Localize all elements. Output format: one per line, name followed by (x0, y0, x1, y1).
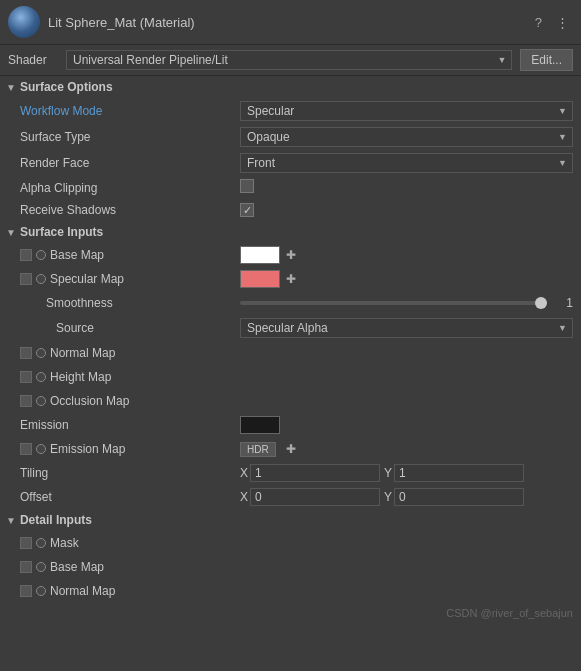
smoothness-row: Smoothness 1 (0, 291, 581, 315)
occlusion-map-checkbox[interactable] (20, 395, 32, 407)
hdr-button[interactable]: HDR (240, 442, 276, 457)
base-map-checkbox[interactable] (20, 249, 32, 261)
shader-select[interactable]: Universal Render Pipeline/Lit (66, 50, 512, 70)
shader-dropdown-wrapper: Universal Render Pipeline/Lit (66, 50, 512, 70)
emission-map-checkbox[interactable] (20, 443, 32, 455)
detail-mask-row: Mask (0, 531, 581, 555)
tiling-x-field: X (240, 464, 380, 482)
render-face-label: Render Face (20, 156, 240, 170)
render-face-select[interactable]: Front Back Both (240, 153, 573, 173)
surface-type-select-wrapper: Opaque Transparent (240, 127, 573, 147)
occlusion-map-circle-icon (36, 396, 46, 406)
specular-map-checkbox[interactable] (20, 273, 32, 285)
smoothness-label: Smoothness (20, 296, 113, 310)
workflow-mode-label: Workflow Mode (20, 104, 240, 118)
specular-map-swatch: ✚ (240, 270, 298, 288)
offset-x-axis: X (240, 490, 248, 504)
base-map-color[interactable] (240, 246, 280, 264)
surface-type-select[interactable]: Opaque Transparent (240, 127, 573, 147)
smoothness-slider[interactable] (240, 301, 547, 305)
specular-map-eyedropper[interactable]: ✚ (284, 272, 298, 286)
height-map-checkbox[interactable] (20, 371, 32, 383)
tiling-y-input[interactable] (394, 464, 524, 482)
detail-base-map-checkbox[interactable] (20, 561, 32, 573)
detail-inputs-header[interactable]: ▼ Detail Inputs (0, 509, 581, 531)
offset-y-axis: Y (384, 490, 392, 504)
detail-base-map-circle-icon (36, 562, 46, 572)
surface-type-label: Surface Type (20, 130, 240, 144)
emission-swatch (240, 416, 280, 434)
render-face-select-wrapper: Front Back Both (240, 153, 573, 173)
alpha-clipping-value (240, 179, 573, 196)
detail-normal-map-label-group: Normal Map (20, 584, 115, 598)
tiling-x-input[interactable] (250, 464, 380, 482)
detail-mask-label-group: Mask (20, 536, 79, 550)
base-map-eyedropper[interactable]: ✚ (284, 248, 298, 262)
specular-map-row: Specular Map ✚ (0, 267, 581, 291)
shader-row: Shader Universal Render Pipeline/Lit Edi… (0, 45, 581, 76)
emission-map-label-group: Emission Map (20, 442, 240, 456)
render-face-value: Front Back Both (240, 153, 573, 173)
normal-map-checkbox[interactable] (20, 347, 32, 359)
tiling-row: Tiling X Y (0, 461, 581, 485)
shader-label: Shader (8, 53, 58, 67)
base-map-row: Base Map ✚ (0, 243, 581, 267)
occlusion-map-label-group: Occlusion Map (20, 394, 240, 408)
source-row: Source Specular Alpha Albedo Alpha (0, 315, 581, 341)
detail-base-map-label-group: Base Map (20, 560, 104, 574)
emission-map-label: Emission Map (50, 442, 125, 456)
alpha-clipping-checkbox[interactable] (240, 179, 254, 193)
surface-options-header[interactable]: ▼ Surface Options (0, 76, 581, 98)
surface-type-row: Surface Type Opaque Transparent (0, 124, 581, 150)
specular-map-color[interactable] (240, 270, 280, 288)
surface-inputs-label: Surface Inputs (20, 225, 103, 239)
smoothness-slider-row: 1 (240, 296, 573, 310)
height-map-label: Height Map (50, 370, 111, 384)
base-map-swatch: ✚ (240, 246, 298, 264)
tiling-x-axis: X (240, 466, 248, 480)
material-header: Lit Sphere_Mat (Material) ? ⋮ (0, 0, 581, 45)
normal-map-label-group: Normal Map (20, 346, 240, 360)
occlusion-map-label: Occlusion Map (50, 394, 129, 408)
occlusion-map-row: Occlusion Map (0, 389, 581, 413)
specular-map-label-group: Specular Map (20, 272, 240, 286)
edit-shader-button[interactable]: Edit... (520, 49, 573, 71)
surface-options-label: Surface Options (20, 80, 113, 94)
watermark-text: CSDN @river_of_sebajun (446, 607, 573, 619)
offset-y-input[interactable] (394, 488, 524, 506)
workflow-mode-row: Workflow Mode Specular Metallic (0, 98, 581, 124)
emission-color[interactable] (240, 416, 280, 434)
help-button[interactable]: ? (531, 13, 546, 32)
detail-mask-circle-icon (36, 538, 46, 548)
emission-row: Emission (0, 413, 581, 437)
settings-button[interactable]: ⋮ (552, 13, 573, 32)
watermark: CSDN @river_of_sebajun (0, 603, 581, 623)
detail-base-map-label: Base Map (50, 560, 104, 574)
offset-y-field: Y (384, 488, 524, 506)
source-label-group: Source (20, 321, 240, 335)
detail-inputs-arrow: ▼ (6, 515, 16, 526)
emission-map-controls: HDR ✚ (240, 442, 298, 457)
receive-shadows-label: Receive Shadows (20, 203, 240, 217)
height-map-row: Height Map (0, 365, 581, 389)
tiling-y-field: Y (384, 464, 524, 482)
header-title: Lit Sphere_Mat (Material) (48, 15, 523, 30)
detail-normal-map-checkbox[interactable] (20, 585, 32, 597)
detail-normal-map-row: Normal Map (0, 579, 581, 603)
emission-map-eyedropper[interactable]: ✚ (284, 442, 298, 456)
surface-inputs-section: ▼ Surface Inputs Base Map ✚ Specular Map… (0, 221, 581, 509)
workflow-mode-select[interactable]: Specular Metallic (240, 101, 573, 121)
material-sphere-icon (8, 6, 40, 38)
base-map-circle-icon (36, 250, 46, 260)
workflow-mode-value: Specular Metallic (240, 101, 573, 121)
detail-normal-map-circle-icon (36, 586, 46, 596)
offset-x-field: X (240, 488, 380, 506)
smoothness-label-group: Smoothness (20, 296, 240, 310)
specular-map-label: Specular Map (50, 272, 124, 286)
surface-inputs-header[interactable]: ▼ Surface Inputs (0, 221, 581, 243)
detail-mask-checkbox[interactable] (20, 537, 32, 549)
receive-shadows-checkbox[interactable] (240, 203, 254, 217)
source-select[interactable]: Specular Alpha Albedo Alpha (240, 318, 573, 338)
workflow-mode-select-wrapper: Specular Metallic (240, 101, 573, 121)
offset-x-input[interactable] (250, 488, 380, 506)
